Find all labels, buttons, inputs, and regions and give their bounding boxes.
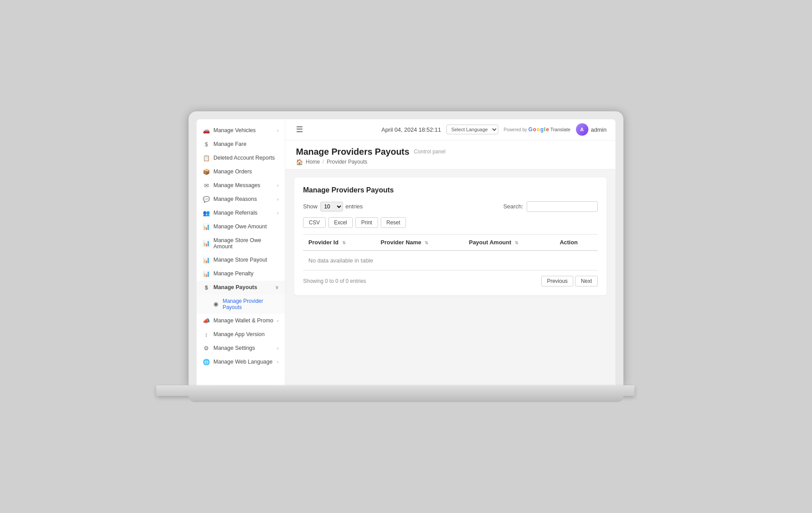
sidebar-label-manage-wallet-promo: Manage Wallet & Promo [213, 317, 273, 324]
column-payout-amount-label: Payout Amount [469, 239, 512, 246]
chevron-right-icon: › [277, 196, 279, 202]
laptop-base [156, 385, 635, 396]
print-button[interactable]: Print [355, 217, 378, 228]
page-title-row: Manage Providers Payouts Control panel [296, 147, 605, 157]
home-icon: 🏠 [296, 159, 303, 165]
entries-label: entries [346, 203, 363, 210]
sidebar-label-manage-settings: Manage Settings [213, 345, 255, 351]
store-payout-icon: 📊 [203, 257, 210, 263]
search-area: Search: [503, 201, 598, 212]
language-select[interactable]: Select Language [446, 125, 498, 134]
sort-icon-provider-id: ⇅ [342, 240, 346, 245]
sidebar-label-manage-store-payout: Manage Store Payout [213, 257, 267, 263]
sidebar-item-manage-messages[interactable]: ✉ Manage Messages › [197, 179, 285, 192]
avatar: A [576, 123, 588, 136]
sidebar-label-manage-orders: Manage Orders [213, 168, 252, 175]
reset-button[interactable]: Reset [381, 217, 406, 228]
circle-icon: ◉ [213, 301, 219, 307]
admin-label: admin [591, 126, 607, 133]
page-subtitle: Control panel [414, 149, 445, 155]
sidebar-label-manage-payouts: Manage Payouts [213, 284, 257, 290]
sidebar-item-manage-wallet-promo[interactable]: 📣 Manage Wallet & Promo › [197, 314, 285, 328]
previous-button[interactable]: Previous [541, 276, 574, 286]
sidebar-item-manage-store-payout[interactable]: 📊 Manage Store Payout [197, 253, 285, 267]
settings-icon: ⚙ [203, 345, 210, 352]
breadcrumb-current: Provider Payouts [327, 159, 367, 165]
column-payout-amount[interactable]: Payout Amount ⇅ [464, 234, 555, 251]
sidebar-item-manage-orders[interactable]: 📦 Manage Orders [197, 165, 285, 179]
powered-by-label: Powered by [504, 127, 527, 132]
sidebar-label-manage-owe-amount: Manage Owe Amount [213, 223, 267, 230]
sidebar-label-deleted-account-reports: Deleted Account Reports [213, 155, 275, 161]
powered-by-translate: Powered by Google Translate [504, 126, 571, 133]
report-icon: 📋 [203, 155, 210, 161]
pagination-buttons: Previous Next [541, 276, 598, 286]
sidebar-label-manage-reasons: Manage Reasons [213, 196, 257, 202]
sidebar-item-manage-provider-payouts[interactable]: ◉ Manage Provider Payouts [197, 294, 285, 314]
chevron-right-icon: › [277, 359, 279, 364]
csv-button[interactable]: CSV [303, 217, 326, 228]
breadcrumb-separator: / [323, 159, 324, 165]
no-data-row: No data available in table [303, 251, 598, 270]
sidebar-item-manage-fare[interactable]: $ Manage Fare [197, 137, 285, 151]
sidebar-item-manage-penalty[interactable]: 📊 Manage Penalty [197, 267, 285, 281]
column-action: Action [554, 234, 598, 251]
web-language-icon: 🌐 [203, 359, 210, 365]
sidebar-item-manage-reasons[interactable]: 💬 Manage Reasons › [197, 192, 285, 206]
sidebar-label-manage-referrals: Manage Referrals [213, 210, 257, 216]
column-action-label: Action [560, 239, 577, 246]
sidebar-item-manage-store-owe-amount[interactable]: 📊 Manage Store Owe Amount [197, 234, 285, 253]
datetime-display: April 04, 2024 18:52:11 [381, 126, 441, 133]
sort-icon-provider-name: ⇅ [425, 240, 428, 245]
sidebar-item-deleted-account-reports[interactable]: 📋 Deleted Account Reports [197, 151, 285, 165]
sidebar-item-manage-web-language[interactable]: 🌐 Manage Web Language › [197, 355, 285, 369]
topbar-left: ☰ [294, 124, 305, 135]
sidebar-item-manage-vehicles[interactable]: 🚗 Manage Vehicles › [197, 124, 285, 137]
breadcrumb-home-link[interactable]: Home [306, 159, 320, 165]
sort-icon-payout-amount: ⇅ [515, 240, 518, 245]
entries-select[interactable]: 10 25 50 100 [320, 202, 343, 211]
chevron-right-icon: › [277, 345, 279, 351]
sidebar: 🚗 Manage Vehicles › $ Manage Fare [197, 119, 285, 385]
sidebar-item-manage-referrals[interactable]: 👥 Manage Referrals › [197, 206, 285, 220]
column-provider-name-label: Provider Name [381, 239, 422, 246]
sidebar-label-manage-penalty: Manage Penalty [213, 270, 253, 277]
search-input[interactable] [527, 201, 598, 212]
no-data-cell: No data available in table [303, 251, 598, 270]
sidebar-item-manage-owe-amount[interactable]: 📊 Manage Owe Amount [197, 220, 285, 234]
column-provider-id[interactable]: Provider Id ⇅ [303, 234, 375, 251]
export-buttons: CSV Excel Print Reset [303, 217, 598, 228]
column-provider-id-label: Provider Id [308, 239, 339, 246]
sidebar-item-manage-payouts[interactable]: $ Manage Payouts ∨ [197, 281, 285, 294]
sidebar-item-manage-app-version[interactable]: ↕ Manage App Version [197, 328, 285, 341]
sidebar-item-manage-settings[interactable]: ⚙ Manage Settings › [197, 341, 285, 355]
payouts-dollar-icon: $ [203, 284, 210, 291]
payouts-submenu: ◉ Manage Provider Payouts [197, 294, 285, 314]
referrals-icon: 👥 [203, 210, 210, 216]
topbar: ☰ April 04, 2024 18:52:11 Select Languag… [285, 119, 615, 141]
dollar-icon: $ [203, 141, 210, 148]
penalty-icon: 📊 [203, 270, 210, 277]
sidebar-label-manage-vehicles: Manage Vehicles [213, 127, 256, 133]
table-footer: Showing 0 to 0 of 0 entries Previous Nex… [303, 276, 598, 286]
app-version-icon: ↕ [203, 331, 210, 338]
next-button[interactable]: Next [575, 276, 598, 286]
admin-user[interactable]: A admin [576, 123, 607, 136]
table-controls-top: Show 10 25 50 100 entries [303, 201, 598, 212]
chevron-right-icon: › [277, 210, 279, 215]
page-header: Manage Providers Payouts Control panel 🏠… [285, 141, 615, 169]
excel-button[interactable]: Excel [328, 217, 353, 228]
car-icon: 🚗 [203, 127, 210, 134]
orders-icon: 📦 [203, 168, 210, 175]
table-info: Showing 0 to 0 of 0 entries [303, 278, 366, 284]
data-table: Provider Id ⇅ Provider Name ⇅ [303, 234, 598, 270]
page-title: Manage Providers Payouts [296, 147, 410, 157]
column-provider-name[interactable]: Provider Name ⇅ [375, 234, 464, 251]
content-area: Manage Providers Payouts Show 10 25 50 [285, 169, 615, 385]
laptop-bottom [189, 396, 623, 402]
owe-amount-icon: 📊 [203, 223, 210, 230]
messages-icon: ✉ [203, 182, 210, 189]
hamburger-menu-button[interactable]: ☰ [294, 124, 305, 135]
breadcrumb: 🏠 Home / Provider Payouts [296, 159, 605, 165]
search-label: Search: [503, 203, 523, 210]
